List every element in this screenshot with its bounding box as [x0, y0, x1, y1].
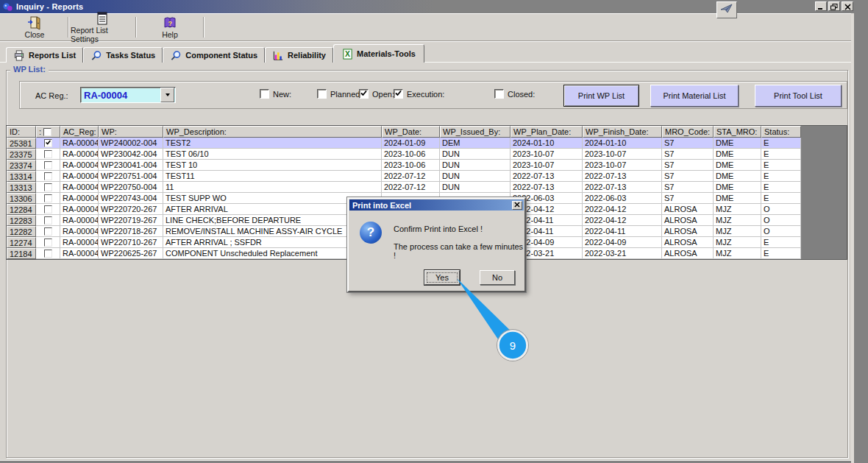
column-header-wp-finish-date[interactable]: WP_Finish_Date:: [583, 126, 662, 138]
unchecked-checkbox[interactable]: [260, 89, 269, 99]
report-list-settings-button[interactable]: Report List Settings: [71, 14, 134, 40]
column-header-status[interactable]: Status:: [761, 126, 801, 138]
close-icon: [844, 0, 851, 13]
tab-tasks-status[interactable]: Tasks Status: [83, 47, 163, 63]
cell-sta-mro: DME: [714, 182, 761, 193]
checkbox-label: Execution:: [407, 90, 444, 99]
table-row[interactable]: 25381RA-00004WP240002-004TEST22024-01-09…: [7, 138, 847, 149]
close-icon: [514, 202, 520, 209]
cell-ac-reg: RA-00004: [60, 160, 99, 171]
row-checkbox[interactable]: [44, 150, 52, 158]
column-header-mro-code[interactable]: MRO_Code:: [662, 126, 714, 138]
window-title: Inquiry - Reports: [16, 2, 83, 11]
print-material-list-button[interactable]: Print Material List: [650, 85, 739, 107]
ac-reg-label: AC Reg.:: [35, 91, 68, 100]
row-checkbox[interactable]: [44, 250, 52, 258]
row-checkbox[interactable]: [44, 183, 52, 191]
cell-checkbox: [36, 226, 60, 237]
cell-id: 23375: [7, 149, 36, 160]
help-book-icon: ?: [163, 16, 177, 29]
cell-id: 23374: [7, 160, 36, 171]
cell-ac-reg: RA-00004: [60, 237, 99, 248]
cell-ac-reg: RA-00004: [60, 248, 99, 259]
tab-materials-tools[interactable]: XMaterials-Tools: [333, 44, 424, 63]
row-checkbox[interactable]: [44, 194, 52, 202]
cell-checkbox: [36, 182, 60, 193]
close-button[interactable]: Close: [3, 14, 66, 40]
cell-ac-reg: RA-00004: [60, 193, 99, 204]
tab-component-status[interactable]: Component Status: [163, 47, 265, 63]
cell-id: 12284: [7, 204, 36, 215]
table-row[interactable]: 23375RA-00004WP230042-004TEST 06/102023-…: [7, 149, 847, 160]
cell-wp-finish-date: 2023-10-07: [583, 160, 662, 171]
cell-wp: WP220719-267: [99, 215, 163, 226]
checkbox-planned[interactable]: Planned:: [317, 89, 362, 99]
tab-reports-list[interactable]: Reports List: [6, 47, 83, 63]
cell-id: 25381: [7, 138, 36, 149]
row-checkbox[interactable]: [44, 161, 52, 169]
unchecked-checkbox[interactable]: [317, 89, 327, 99]
cell-wp: WP230041-004: [99, 160, 163, 171]
cell-wp-date: 2023-10-06: [382, 160, 440, 171]
checked-checkbox[interactable]: [359, 89, 369, 99]
checked-checkbox[interactable]: [394, 89, 403, 99]
cell-description: 11: [163, 182, 382, 193]
app-spheres-icon: [2, 1, 13, 13]
column-header-wp-plan-date[interactable]: WP_Plan_Date:: [511, 126, 583, 138]
row-checkbox[interactable]: [44, 216, 52, 225]
checkbox-open[interactable]: Open:: [359, 89, 394, 99]
checkbox-closed[interactable]: Closed:: [494, 89, 535, 99]
column-header-id[interactable]: ID:: [7, 126, 36, 138]
cell-wp: WP220625-267: [99, 248, 163, 259]
tab-label: Reports List: [29, 51, 76, 60]
cell-checkbox: [36, 204, 60, 215]
cell-ac-reg: RA-00004: [60, 138, 99, 149]
ac-reg-combobox[interactable]: RA-00004: [80, 87, 176, 103]
restore-button[interactable]: [828, 1, 840, 11]
row-checkbox[interactable]: [44, 172, 52, 180]
close-window-button[interactable]: [842, 1, 853, 11]
header-checkbox[interactable]: [43, 128, 51, 136]
check-icon: [394, 89, 402, 99]
unchecked-checkbox[interactable]: [494, 89, 504, 99]
cell-checkbox: [36, 215, 60, 226]
dialog-title: Print into Excel: [352, 201, 411, 210]
table-row[interactable]: 13313RA-00004WP220750-004112022-07-12DUN…: [7, 182, 847, 193]
cell-wp-plan-date: 2022-07-13: [511, 182, 583, 193]
tab-label: Tasks Status: [106, 51, 155, 60]
combo-dropdown-button[interactable]: [160, 88, 174, 102]
cell-wp-plan-date: 2022-07-13: [511, 171, 583, 182]
column-header-wp-date[interactable]: WP_Date:: [382, 126, 440, 138]
cell-description: TEST 10: [163, 160, 382, 171]
cell-status: E: [761, 160, 801, 171]
send-report-button[interactable]: [716, 1, 737, 18]
help-button[interactable]: ?Help: [138, 14, 202, 40]
checkbox-new[interactable]: New:: [260, 89, 291, 99]
dialog-title-bar[interactable]: Print into Excel: [349, 199, 524, 211]
minimize-button[interactable]: [815, 1, 827, 11]
column-header-wp[interactable]: WP:: [99, 126, 163, 138]
column-header-sta-mro[interactable]: STA_MRO:: [714, 126, 761, 138]
table-row[interactable]: 23374RA-00004WP230041-004TEST 102023-10-…: [7, 160, 847, 171]
row-checkbox[interactable]: [44, 238, 52, 247]
printer-icon: [13, 50, 25, 61]
row-checkbox[interactable]: [44, 205, 52, 213]
tab-reliability[interactable]: Reliability: [265, 47, 333, 63]
cell-checkbox: [36, 160, 60, 171]
dialog-close-button[interactable]: [512, 201, 522, 210]
column-header-check[interactable]: :: [36, 126, 60, 138]
column-header-ac-reg[interactable]: AC_Reg:: [60, 126, 99, 138]
cell-checkbox: [36, 193, 60, 204]
column-header-wp-description[interactable]: WP_Description:: [163, 126, 382, 138]
tab-label: Reliability: [288, 51, 326, 60]
column-header-wp-issued-by[interactable]: WP_Issued_By:: [440, 126, 511, 138]
print-wp-list-button[interactable]: Print WP List: [563, 85, 639, 107]
row-checkbox-checked[interactable]: [44, 139, 52, 147]
checkbox-execution[interactable]: Execution:: [394, 89, 444, 99]
row-checkbox[interactable]: [44, 227, 52, 236]
cell-ac-reg: RA-00004: [60, 182, 99, 193]
minimize-icon: [817, 0, 825, 13]
print-tool-list-button[interactable]: Print Tool List: [755, 85, 842, 107]
cell-wp: WP240002-004: [99, 138, 163, 149]
table-row[interactable]: 13314RA-00004WP220751-004TEST112022-07-1…: [7, 171, 847, 182]
